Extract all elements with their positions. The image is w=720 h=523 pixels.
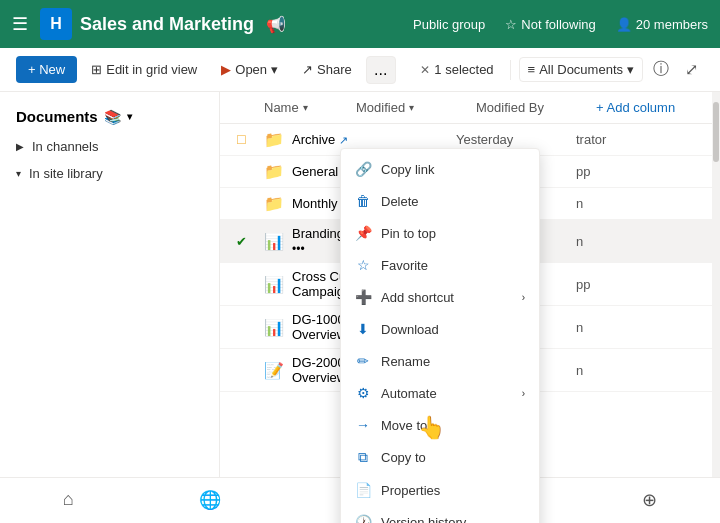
row-checkbox[interactable]: ✔ (236, 234, 260, 249)
main-area: Documents 📚 ▾ ▶ In channels ▾ In site li… (0, 92, 720, 477)
copy-to-icon: ⧉ (355, 449, 371, 466)
command-bar: + New ⊞ Edit in grid view ▶ Open ▾ ↗ Sha… (0, 48, 720, 92)
all-docs-chevron-icon: ▾ (627, 62, 634, 77)
pptx-icon: 📊 (264, 275, 284, 294)
modified-date: Yesterday (456, 132, 576, 147)
pptx-icon: 📊 (264, 232, 284, 251)
table-header: Name ▾ Modified ▾ Modified By + Add colu… (220, 92, 712, 124)
left-panel: Documents 📚 ▾ ▶ In channels ▾ In site li… (0, 92, 220, 477)
new-button[interactable]: + New (16, 56, 77, 83)
scrollbar[interactable] (712, 92, 720, 477)
menu-item-download[interactable]: ⬇ Download (341, 313, 539, 345)
pin-icon: 📌 (355, 225, 371, 241)
col-modby-header: Modified By (476, 100, 596, 115)
menu-item-move-to[interactable]: → Move to (341, 409, 539, 441)
add-column-button[interactable]: + Add column (596, 100, 696, 115)
add-icon: ⊕ (642, 489, 657, 511)
selected-badge: ✕ 1 selected (412, 58, 501, 81)
app-logo: H (40, 8, 72, 40)
modified-by: n (576, 363, 696, 378)
nav-right: Public group ☆ Not following 👤 20 member… (413, 17, 708, 32)
folder-icon: 📁 (264, 130, 284, 149)
modified-by: n (576, 196, 696, 211)
edit-grid-button[interactable]: ⊞ Edit in grid view (81, 56, 207, 83)
grid-icon: ⊞ (91, 62, 102, 77)
properties-icon: 📄 (355, 482, 371, 498)
all-docs-button[interactable]: ≡ All Documents ▾ (519, 57, 643, 82)
hamburger-icon[interactable]: ☰ (12, 13, 28, 35)
share-icon: ↗ (302, 62, 313, 77)
submenu-chevron-icon: › (522, 292, 525, 303)
context-menu: 🔗 Copy link 🗑 Delete 📌 Pin to top ☆ Favo… (340, 148, 540, 523)
mod-sort-icon: ▾ (409, 102, 414, 113)
menu-item-copy-link[interactable]: 🔗 Copy link (341, 153, 539, 185)
open-icon: ▶ (221, 62, 231, 77)
row-checkbox[interactable]: ☐ (236, 133, 260, 147)
docx-icon: 📝 (264, 361, 284, 380)
download-icon: ⬇ (355, 321, 371, 337)
add-shortcut-icon: ➕ (355, 289, 371, 305)
menu-item-properties[interactable]: 📄 Properties (341, 474, 539, 506)
info-button[interactable]: ⓘ (647, 55, 675, 84)
favorite-icon: ☆ (355, 257, 371, 273)
members-button[interactable]: 👤 20 members (616, 17, 708, 32)
settings-icon[interactable]: 📢 (266, 15, 286, 34)
cmd-right: ✕ 1 selected ≡ All Documents ▾ ⓘ ⤢ (412, 55, 704, 84)
modified-by: trator (576, 132, 696, 147)
globe-icon: 🌐 (199, 489, 221, 511)
checkmark-icon: ✔ (236, 234, 247, 249)
sidebar-item-in-site-library[interactable]: ▾ In site library (0, 160, 219, 187)
channels-chevron-icon: ▶ (16, 141, 24, 152)
col-modified-header: Modified ▾ (356, 100, 476, 115)
delete-icon: 🗑 (355, 193, 371, 209)
menu-item-version-history[interactable]: 🕐 Version history (341, 506, 539, 523)
bottom-nav-add[interactable]: ⊕ (626, 485, 673, 517)
file-name: Archive ↗ (292, 132, 456, 147)
menu-item-rename[interactable]: ✏ Rename (341, 345, 539, 377)
col-name-header: Name ▾ (264, 100, 356, 115)
automate-icon: ⚙ (355, 385, 371, 401)
star-icon: ☆ (505, 17, 517, 32)
menu-item-favorite[interactable]: ☆ Favorite (341, 249, 539, 281)
documents-title: Documents 📚 ▾ (0, 104, 219, 133)
folder-icon: 📁 (264, 162, 284, 181)
menu-item-copy-to[interactable]: ⧉ Copy to (341, 441, 539, 474)
bottom-nav-home[interactable]: ⌂ (47, 485, 90, 516)
library-icon: 📚 (104, 109, 121, 125)
pptx-icon: 📊 (264, 318, 284, 337)
follow-button[interactable]: ☆ Not following (505, 17, 595, 32)
modified-by: pp (576, 164, 696, 179)
modified-by: n (576, 234, 696, 249)
open-button[interactable]: ▶ Open ▾ (211, 56, 288, 83)
lines-icon: ≡ (528, 62, 536, 77)
expand-button[interactable]: ⤢ (679, 56, 704, 83)
menu-item-delete[interactable]: 🗑 Delete (341, 185, 539, 217)
sort-icon: ▾ (303, 102, 308, 113)
group-type: Public group (413, 17, 485, 32)
site-title: Sales and Marketing (80, 14, 254, 35)
open-chevron-icon: ▾ (271, 62, 278, 77)
scrollbar-thumb[interactable] (713, 102, 719, 162)
copy-link-icon: 🔗 (355, 161, 371, 177)
automate-submenu-chevron-icon: › (522, 388, 525, 399)
move-to-icon: → (355, 417, 371, 433)
rename-icon: ✏ (355, 353, 371, 369)
menu-item-add-shortcut[interactable]: ➕ Add shortcut › (341, 281, 539, 313)
menu-item-automate[interactable]: ⚙ Automate › (341, 377, 539, 409)
folder-icon: 📁 (264, 194, 284, 213)
share-button[interactable]: ↗ Share (292, 56, 362, 83)
top-nav: ☰ H Sales and Marketing 📢 Public group ☆… (0, 0, 720, 48)
close-selected-icon[interactable]: ✕ (420, 63, 430, 77)
modified-by: n (576, 320, 696, 335)
version-history-icon: 🕐 (355, 514, 371, 523)
modified-by: pp (576, 277, 696, 292)
members-icon: 👤 (616, 17, 632, 32)
panel-chevron-icon: ▾ (127, 111, 132, 122)
bottom-nav-globe[interactable]: 🌐 (183, 485, 237, 517)
home-icon: ⌂ (63, 489, 74, 510)
sidebar-item-in-channels[interactable]: ▶ In channels (0, 133, 219, 160)
menu-item-pin-to-top[interactable]: 📌 Pin to top (341, 217, 539, 249)
more-button[interactable]: ... (366, 56, 396, 84)
library-chevron-icon: ▾ (16, 168, 21, 179)
